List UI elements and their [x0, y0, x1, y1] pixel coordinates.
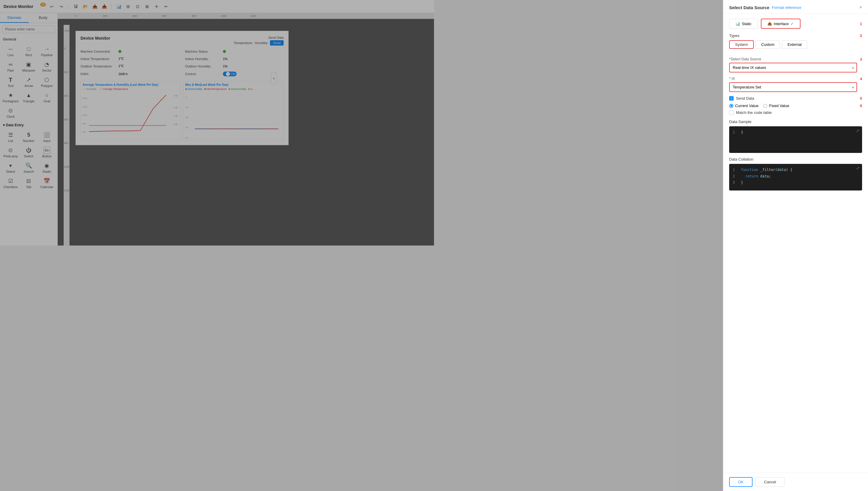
modal-overlay: Select Data Source Format reference × 📊 … [0, 0, 434, 246]
